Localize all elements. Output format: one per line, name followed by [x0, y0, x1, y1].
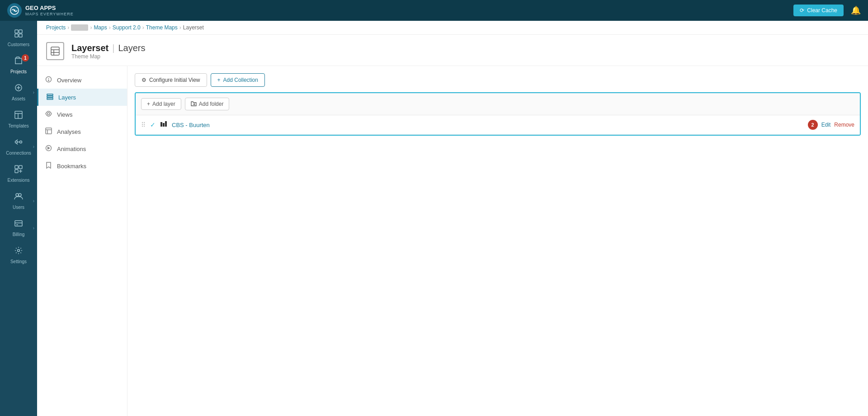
main-content: Projects › ████ › Maps › Support 2.0 › T…: [37, 21, 868, 416]
settings-label: Settings: [10, 259, 27, 264]
nav-item-views[interactable]: Views: [37, 106, 127, 123]
top-header: GEO APPS MAPS EVERYWHERE ⟳ Clear Cache 🔔: [0, 0, 868, 21]
remove-layer-link[interactable]: Remove: [834, 122, 854, 128]
layers-label: Layers: [58, 94, 76, 101]
clear-cache-icon: ⟳: [800, 7, 804, 14]
page-meta: Theme Map: [71, 53, 146, 60]
logo-subtext: MAPS EVERYWHERE: [25, 12, 74, 16]
layer-toolbar: + Add layer Add folder: [136, 93, 860, 115]
layer-actions: 2 Edit Remove: [808, 120, 854, 130]
projects-badge: 1: [22, 54, 29, 61]
breadcrumb-sep-2: ›: [90, 24, 92, 31]
add-folder-button[interactable]: Add folder: [185, 98, 230, 110]
sidebar-item-settings[interactable]: Settings: [0, 241, 37, 269]
breadcrumb-theme-maps[interactable]: Theme Maps: [146, 24, 178, 31]
svg-rect-5: [19, 34, 22, 37]
page-title-group: Layerset | Layers Theme Map: [71, 43, 146, 60]
breadcrumb-sep-4: ›: [142, 24, 144, 31]
svg-rect-2: [15, 30, 18, 33]
templates-label: Templates: [8, 123, 29, 128]
layer-type-icon: [160, 121, 167, 129]
sidebar-item-templates[interactable]: Templates: [0, 106, 37, 133]
add-collection-button[interactable]: + Add Collection: [211, 73, 265, 87]
page-title-divider: |: [112, 43, 114, 53]
svg-rect-31: [47, 96, 53, 98]
svg-rect-16: [15, 170, 18, 173]
views-label: Views: [57, 111, 72, 118]
collection-container: + Add layer Add folder: [135, 92, 861, 136]
svg-point-29: [48, 80, 48, 80]
connections-expand-icon: ›: [33, 144, 34, 149]
assets-expand-icon: ›: [33, 90, 34, 95]
breadcrumb: Projects › ████ › Maps › Support 2.0 › T…: [37, 21, 868, 35]
sidebar-item-extensions[interactable]: Extensions: [0, 160, 37, 187]
svg-point-17: [16, 194, 19, 196]
add-layer-button[interactable]: + Add layer: [141, 98, 181, 110]
drag-handle-icon[interactable]: ⠿: [141, 121, 146, 128]
nav-item-animations[interactable]: Animations: [37, 140, 127, 157]
svg-point-18: [19, 194, 21, 196]
configure-icon: ⚙: [142, 77, 146, 83]
breadcrumb-layerset: Layerset: [183, 24, 204, 31]
action-bar: ⚙ Configure Initial View + Add Collectio…: [135, 73, 861, 87]
sidebar-item-customers[interactable]: Customers: [0, 24, 37, 52]
app-layout: Customers 1 Projects Assets ›: [0, 0, 868, 416]
settings-icon: [14, 246, 23, 257]
edit-layer-link[interactable]: Edit: [821, 122, 831, 128]
animations-icon: [44, 145, 52, 153]
breadcrumb-maps[interactable]: Maps: [94, 24, 107, 31]
configure-initial-view-button[interactable]: ⚙ Configure Initial View: [135, 73, 207, 87]
bookmarks-icon: [44, 162, 52, 170]
notification-bell-icon[interactable]: 🔔: [851, 5, 861, 15]
page-title-row: Layerset | Layers: [71, 43, 146, 53]
clear-cache-button[interactable]: ⟳ Clear Cache: [793, 5, 844, 16]
page-title-main: Layerset: [71, 43, 108, 53]
customers-label: Customers: [8, 42, 29, 47]
nav-item-overview[interactable]: Overview: [37, 71, 127, 89]
add-folder-label: Add folder: [199, 101, 224, 107]
nav-item-analyses[interactable]: Analyses: [37, 123, 127, 140]
animations-label: Animations: [57, 146, 86, 152]
bookmarks-label: Bookmarks: [57, 163, 86, 170]
projects-label: Projects: [10, 69, 27, 74]
sidebar-item-billing[interactable]: Billing ›: [0, 214, 37, 241]
svg-rect-41: [163, 123, 165, 127]
svg-rect-40: [160, 122, 162, 127]
customers-icon: [14, 29, 23, 40]
svg-rect-9: [15, 111, 22, 118]
nav-item-layers[interactable]: Layers: [37, 89, 127, 106]
layers-icon: [46, 93, 54, 101]
svg-point-22: [18, 250, 20, 252]
nav-sidebar: Overview Layers: [37, 66, 127, 416]
add-collection-label: Add Collection: [223, 77, 258, 83]
svg-rect-3: [19, 30, 22, 33]
extensions-label: Extensions: [8, 178, 30, 183]
layer-name[interactable]: CBS - Buurten: [172, 122, 803, 128]
svg-rect-30: [47, 94, 53, 95]
sidebar-item-users[interactable]: Users ›: [0, 187, 37, 214]
content-body: Overview Layers: [37, 66, 868, 416]
add-collection-icon: +: [217, 77, 221, 83]
svg-rect-15: [19, 165, 22, 169]
step-badge: 2: [808, 120, 818, 130]
analyses-icon: [44, 128, 52, 136]
add-layer-label: Add layer: [152, 101, 175, 107]
users-expand-icon: ›: [33, 199, 34, 203]
billing-expand-icon: ›: [33, 226, 34, 231]
sidebar-item-assets[interactable]: Assets ›: [0, 79, 37, 106]
views-icon: [44, 110, 52, 118]
svg-rect-14: [15, 165, 18, 169]
nav-item-bookmarks[interactable]: Bookmarks: [37, 157, 127, 175]
logo-text: GEO APPS: [25, 5, 74, 12]
sidebar-item-projects[interactable]: 1 Projects: [0, 52, 37, 79]
svg-rect-19: [15, 221, 22, 226]
logo-icon: [7, 3, 22, 18]
svg-rect-32: [47, 98, 53, 99]
breadcrumb-support[interactable]: Support 2.0: [113, 24, 141, 31]
check-icon: ✓: [150, 121, 156, 128]
breadcrumb-sep-1: ›: [67, 24, 69, 31]
breadcrumb-projects[interactable]: Projects: [46, 24, 66, 31]
assets-icon: [14, 83, 23, 95]
sidebar-item-connections[interactable]: Connections ›: [0, 133, 37, 160]
svg-point-12: [15, 141, 18, 143]
